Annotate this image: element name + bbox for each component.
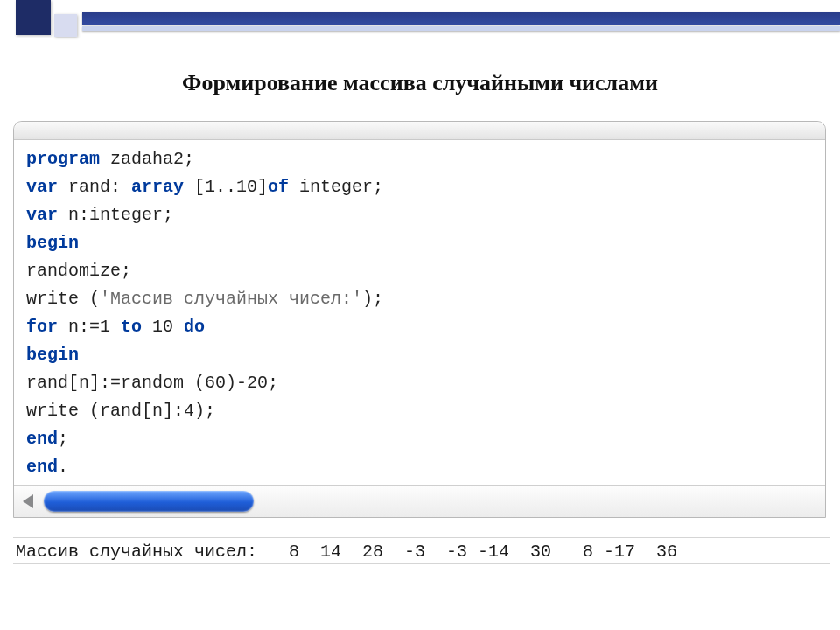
keyword-of: of [268,177,289,197]
code-panel-titlebar [14,122,825,140]
keyword-begin: begin [26,233,79,253]
keyword-array: array [131,177,184,197]
code-text: write ( [26,289,100,309]
code-text: n:integer; [58,205,173,225]
scroll-thumb[interactable] [44,491,254,512]
keyword-do: do [184,317,205,337]
scroll-left-arrow-icon[interactable] [23,494,33,508]
keyword-begin: begin [26,345,79,365]
keyword-to: to [121,317,142,337]
code-text: n:=1 [58,317,121,337]
code-text: ); [362,289,383,309]
code-text: [1..10] [184,177,268,197]
code-text: . [58,457,68,477]
code-text: zadaha2; [100,149,194,169]
program-output: Массив случайных чисел: 8 14 28 -3 -3 -1… [13,537,830,564]
code-text: rand: [58,177,131,197]
horizontal-scrollbar[interactable] [14,485,825,517]
keyword-end: end [26,457,58,477]
keyword-end: end [26,429,58,449]
keyword-var: var [26,177,58,197]
code-text: write (rand[n]:4); [26,401,215,421]
code-text: integer; [289,177,383,197]
code-text: rand[n]:=random (60)-20; [26,373,278,393]
keyword-var: var [26,205,58,225]
code-text: ; [58,429,68,449]
slide-title: Формирование массива случайными числами [0,70,840,96]
code-text: randomize; [26,261,131,281]
code-text: 10 [142,317,184,337]
keyword-program: program [26,149,100,169]
code-panel: program zadaha2; var rand: array [1..10]… [13,121,826,518]
slide-decoration [0,0,840,42]
string-literal: 'Массив случайных чисел:' [100,289,362,309]
keyword-for: for [26,317,58,337]
code-body: program zadaha2; var rand: array [1..10]… [14,140,825,485]
